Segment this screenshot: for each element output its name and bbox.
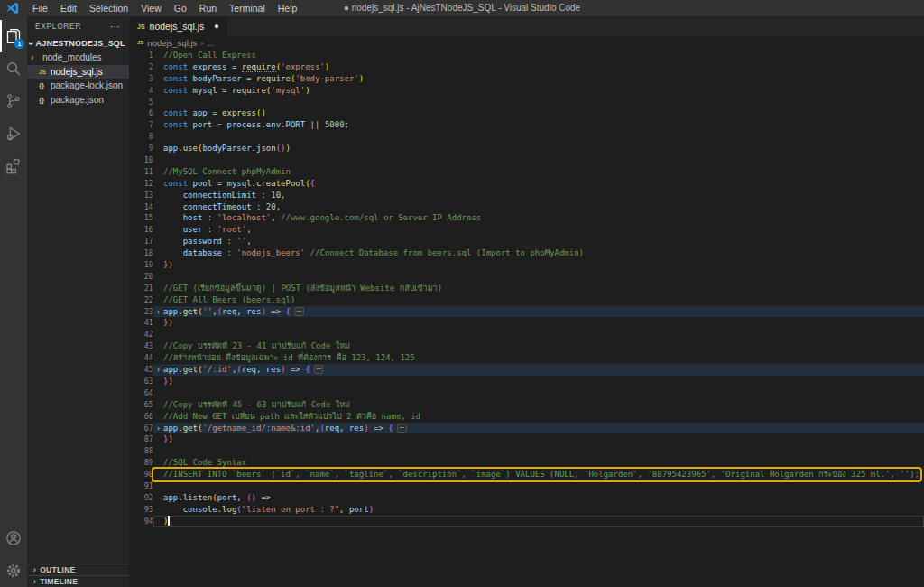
- folded-code-ellipsis[interactable]: ⋯: [294, 307, 304, 316]
- code-line-88[interactable]: 88: [129, 445, 924, 457]
- line-number[interactable]: 14: [129, 201, 153, 213]
- line-number[interactable]: 89: [129, 457, 153, 469]
- folded-code-ellipsis[interactable]: ⋯: [397, 424, 407, 433]
- outline-panel-header[interactable]: OUTLINE: [27, 564, 129, 575]
- line-number[interactable]: 18: [129, 247, 153, 259]
- code-line-90[interactable]: 90//INSERT INTO `beers` (`id`, `name`, `…: [129, 469, 924, 480]
- line-number[interactable]: 8: [129, 131, 153, 143]
- code-line-6[interactable]: 6const app = express(): [129, 107, 924, 119]
- tree-item-package-json[interactable]: package.json: [27, 93, 129, 107]
- line-number[interactable]: 65: [129, 399, 153, 411]
- code-line-4[interactable]: 4const mysql = require('mysql'): [129, 85, 924, 97]
- search-icon[interactable]: [0, 52, 27, 85]
- code-line-63[interactable]: 63}): [129, 376, 924, 387]
- line-number[interactable]: 12: [129, 178, 153, 190]
- code-line-3[interactable]: 3const bodyParser = require('body-parser…: [129, 73, 924, 85]
- code-line-10[interactable]: 10: [129, 154, 924, 166]
- line-number[interactable]: 41: [129, 317, 153, 329]
- code-line-19[interactable]: 19}): [129, 259, 924, 271]
- line-number[interactable]: 21: [129, 283, 153, 294]
- code-line-13[interactable]: 13 connectionLimit : 10,: [129, 190, 924, 201]
- menu-go[interactable]: Go: [168, 0, 193, 16]
- line-number[interactable]: 19: [129, 259, 153, 271]
- code-line-11[interactable]: 11//MySQL Connect phpMyAdmin: [129, 166, 924, 178]
- code-line-66[interactable]: 66//Add New GET เปลี่ยน path และใส่ตัวแป…: [129, 411, 924, 423]
- tree-item-node-modules[interactable]: node_modules: [27, 51, 129, 65]
- folded-code-ellipsis[interactable]: ⋯: [314, 365, 324, 374]
- line-number[interactable]: 67: [129, 423, 153, 434]
- line-number[interactable]: 4: [129, 85, 153, 97]
- code-line-94[interactable]: 94): [129, 516, 924, 527]
- line-number[interactable]: 20: [129, 271, 153, 283]
- line-number[interactable]: 23: [129, 306, 153, 318]
- code-line-15[interactable]: 15 host : 'localhost', //www.google.com/…: [129, 212, 924, 224]
- line-number[interactable]: 10: [129, 154, 153, 166]
- code-line-91[interactable]: 91: [129, 480, 924, 492]
- line-number[interactable]: 5: [129, 97, 153, 108]
- code-line-45[interactable]: 45›app.get('/:id',(req, res) => {⋯: [129, 364, 924, 376]
- line-number[interactable]: 13: [129, 190, 153, 201]
- line-number[interactable]: 1: [129, 50, 153, 61]
- code-line-93[interactable]: 93 console.log("listen on port : ?", por…: [129, 504, 924, 516]
- code-line-23[interactable]: 23›app.get('',(req, res) => {⋯: [129, 306, 924, 318]
- menu-run[interactable]: Run: [193, 0, 223, 16]
- code-line-2[interactable]: 2const express = require('express'): [129, 61, 924, 73]
- code-line-22[interactable]: 22//GET All Beers (beers.sql): [129, 294, 924, 306]
- line-number[interactable]: 63: [129, 376, 153, 387]
- line-number[interactable]: 11: [129, 166, 153, 178]
- code-line-20[interactable]: 20: [129, 271, 924, 283]
- menu-view[interactable]: View: [134, 0, 168, 16]
- line-number[interactable]: 2: [129, 61, 153, 73]
- line-number[interactable]: 45: [129, 364, 153, 376]
- code-line-41[interactable]: 41}): [129, 317, 924, 329]
- line-number[interactable]: 7: [129, 119, 153, 131]
- code-line-43[interactable]: 43//Copy บรรทัดที่ 23 - 41 มาปรับแก้ Cod…: [129, 340, 924, 352]
- code-line-21[interactable]: 21//GET (เรียกข้อมูลขึ้นมาดู) | POST (ส่…: [129, 283, 924, 294]
- code-line-17[interactable]: 17 password : '',: [129, 236, 924, 247]
- code-line-7[interactable]: 7const port = process.env.PORT || 5000;: [129, 119, 924, 131]
- run-debug-icon[interactable]: [0, 117, 27, 150]
- line-number[interactable]: 88: [129, 445, 153, 457]
- line-number[interactable]: 94: [129, 516, 153, 527]
- settings-gear-icon[interactable]: [0, 554, 27, 587]
- menu-help[interactable]: Help: [272, 0, 304, 16]
- fold-chevron-icon[interactable]: ›: [153, 364, 163, 376]
- code-line-44[interactable]: 44//สร้างหน้าย่อย ดึงข้อมูลเฉพาะ id ที่ต…: [129, 352, 924, 364]
- line-number[interactable]: 90: [129, 469, 153, 480]
- line-number[interactable]: 6: [129, 107, 153, 119]
- menu-edit[interactable]: Edit: [54, 0, 83, 16]
- extensions-icon[interactable]: [0, 150, 27, 182]
- line-number[interactable]: 64: [129, 387, 153, 399]
- line-number[interactable]: 9: [129, 143, 153, 154]
- line-number[interactable]: 15: [129, 212, 153, 224]
- explorer-files-icon[interactable]: 1: [0, 20, 27, 52]
- line-number[interactable]: 87: [129, 433, 153, 445]
- tree-item-package-lock-json[interactable]: package-lock.json: [27, 79, 129, 93]
- code-line-67[interactable]: 67›app.get('/getname_id/:name&:id',(req,…: [129, 423, 924, 434]
- line-number[interactable]: 16: [129, 224, 153, 236]
- line-number[interactable]: 22: [129, 294, 153, 306]
- code-line-14[interactable]: 14 connectTimeout : 20,: [129, 201, 924, 213]
- line-number[interactable]: 93: [129, 504, 153, 516]
- menu-selection[interactable]: Selection: [83, 0, 134, 16]
- line-number[interactable]: 42: [129, 329, 153, 340]
- line-number[interactable]: 3: [129, 73, 153, 85]
- breadcrumb-file[interactable]: nodejs_sql.js: [147, 38, 197, 48]
- menu-file[interactable]: File: [26, 0, 54, 16]
- more-actions-icon[interactable]: ⋯: [110, 21, 121, 33]
- workspace-root-folder[interactable]: AJNESTNODEJS_SQL: [27, 36, 129, 51]
- source-control-icon[interactable]: [0, 85, 27, 117]
- code-line-18[interactable]: 18 database : 'nodejs_beers' //Connect D…: [129, 247, 924, 259]
- code-line-89[interactable]: 89//SQL Code Syntax: [129, 457, 924, 469]
- menu-terminal[interactable]: Terminal: [223, 0, 272, 16]
- line-number[interactable]: 66: [129, 411, 153, 423]
- breadcrumb[interactable]: nodejs_sql.js › ...: [129, 36, 924, 49]
- line-number[interactable]: 91: [129, 480, 153, 492]
- fold-chevron-icon[interactable]: ›: [153, 423, 163, 434]
- code-area[interactable]: 1//Open Call Express2const express = req…: [129, 49, 924, 587]
- code-line-5[interactable]: 5: [129, 97, 924, 108]
- code-line-1[interactable]: 1//Open Call Express: [129, 50, 924, 61]
- fold-chevron-icon[interactable]: ›: [153, 306, 163, 318]
- code-line-9[interactable]: 9app.use(bodyParser.json()): [129, 143, 924, 154]
- code-line-12[interactable]: 12const pool = mysql.createPool({: [129, 178, 924, 190]
